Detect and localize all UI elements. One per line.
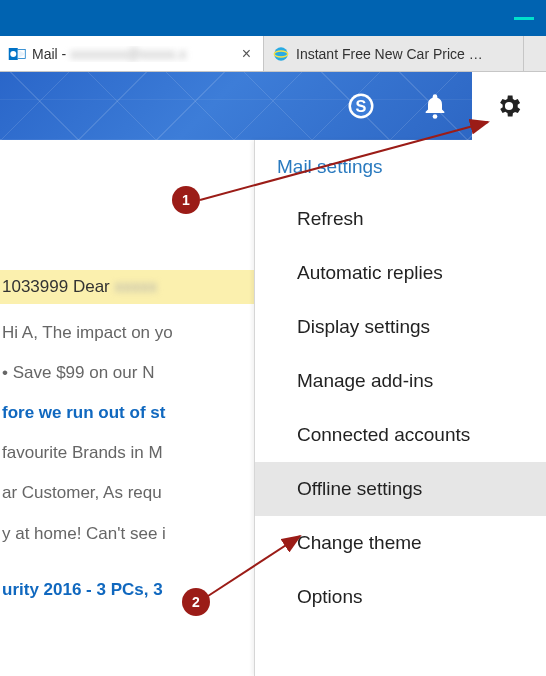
svg-line-10 [208, 536, 300, 596]
callout-1: 1 [172, 186, 200, 214]
annotation-arrows [0, 0, 546, 676]
callout-2: 2 [182, 588, 210, 616]
svg-line-9 [200, 122, 488, 200]
